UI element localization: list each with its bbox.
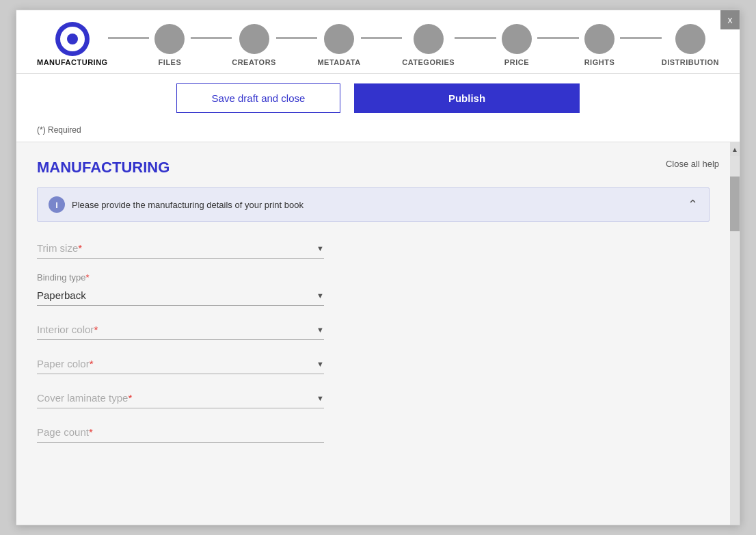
trim-size-label: Trim size* [37,242,82,254]
step-circle-categories [414,24,444,54]
binding-type-dropdown-arrow[interactable]: ▼ [316,291,324,300]
step-metadata[interactable]: METADATA [317,24,360,66]
page-count-field-group: Page count* [37,422,324,443]
scrollbar: ▲ [730,142,740,525]
page-count-field[interactable]: Page count* [37,422,324,443]
step-manufacturing[interactable]: MANUFACTURING [37,24,108,66]
step-files[interactable]: FILES [149,24,191,66]
close-icon: x [728,14,733,25]
step-label-metadata: METADATA [317,58,360,66]
connector-3 [276,37,318,39]
step-circle-distribution [675,24,705,54]
connector-4 [361,37,403,39]
step-label-rights: RIGHTS [584,58,615,66]
content-area: ▲ Close all help MANUFACTURING i Please … [16,142,740,525]
required-note: (*) Required [16,122,740,142]
binding-type-field[interactable]: Paperback ▼ [37,285,324,306]
step-distribution[interactable]: DISTRIBUTION [662,24,719,66]
info-box-left: i Please provide the manufacturing detai… [49,196,303,213]
modal-container: x MANUFACTURING FILES CREATORS [16,10,740,525]
scrollbar-thumb[interactable] [730,177,740,231]
step-circle-manufacturing [57,24,87,54]
cover-laminate-dropdown-arrow[interactable]: ▼ [316,394,324,402]
info-box-collapse-button[interactable]: ⌃ [688,197,698,212]
section-title: MANUFACTURING [37,159,710,177]
required-note-text: (*) Required [37,125,81,135]
action-row: Save draft and close Publish [16,74,740,122]
cover-laminate-field[interactable]: Cover laminate type* ▼ [37,388,324,408]
connector-7 [620,37,662,39]
interior-color-field[interactable]: Interior color* ▼ [37,319,324,340]
scroll-up-button[interactable]: ▲ [730,142,740,156]
step-circle-creators [239,24,269,54]
interior-color-label: Interior color* [37,324,98,335]
step-categories[interactable]: CATEGORIES [402,24,455,66]
trim-size-field[interactable]: Trim size* ▼ [37,238,324,259]
close-button[interactable]: x [720,10,740,29]
step-circle-metadata [324,24,354,54]
close-all-help-link[interactable]: Close all help [666,159,719,169]
info-box-text: Please provide the manufacturing details… [72,200,303,210]
paper-color-label: Paper color* [37,358,94,369]
page-count-label: Page count* [37,426,93,438]
cover-laminate-field-group: Cover laminate type* ▼ [37,388,324,408]
step-creators[interactable]: CREATORS [232,24,276,66]
info-icon: i [49,196,65,213]
save-draft-button[interactable]: Save draft and close [176,83,340,113]
connector-2 [191,37,232,39]
step-label-distribution: DISTRIBUTION [662,58,719,66]
info-box: i Please provide the manufacturing detai… [37,187,710,222]
step-circle-files [154,24,185,54]
connector-1 [108,37,150,39]
step-label-manufacturing: MANUFACTURING [37,58,108,66]
connector-6 [537,37,579,39]
step-label-price: PRICE [504,58,529,66]
step-label-categories: CATEGORIES [402,58,455,66]
binding-type-field-group: Binding type* Paperback ▼ [37,272,324,306]
trim-size-dropdown-arrow[interactable]: ▼ [316,244,324,252]
step-price[interactable]: PRICE [496,24,538,66]
steps-row: MANUFACTURING FILES CREATORS METADATA [37,24,719,73]
interior-color-dropdown-arrow[interactable]: ▼ [316,326,324,334]
interior-color-field-group: Interior color* ▼ [37,319,324,340]
binding-type-value: Paperback [37,289,316,301]
form-section: Trim size* ▼ Binding type* Paperback ▼ [37,238,324,443]
paper-color-dropdown-arrow[interactable]: ▼ [316,360,324,368]
paper-color-field[interactable]: Paper color* ▼ [37,354,324,374]
step-circle-price [502,24,532,54]
paper-color-field-group: Paper color* ▼ [37,354,324,374]
trim-size-field-group: Trim size* ▼ [37,238,324,259]
binding-type-label: Binding type* [37,272,324,283]
step-rights[interactable]: RIGHTS [579,24,621,66]
wizard-header: MANUFACTURING FILES CREATORS METADATA [16,10,740,74]
step-circle-rights [584,24,615,54]
step-label-creators: CREATORS [232,58,276,66]
main-content: Close all help MANUFACTURING i Please pr… [16,142,730,525]
connector-5 [455,37,496,39]
cover-laminate-label: Cover laminate type* [37,392,132,404]
publish-button[interactable]: Publish [354,83,580,113]
step-label-files: FILES [159,58,182,66]
